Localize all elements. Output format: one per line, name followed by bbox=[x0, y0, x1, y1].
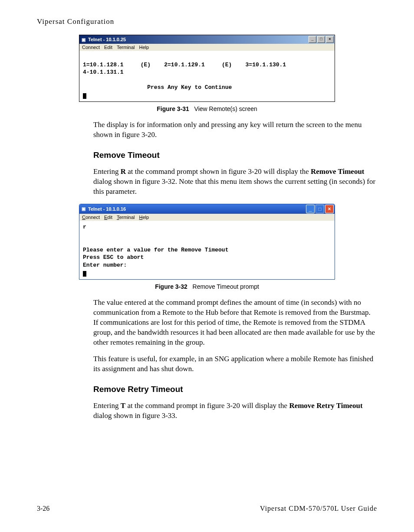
t1-ip4: 4-10.1.131.1 bbox=[83, 69, 124, 75]
t1-ip1: 1=10.1.128.1 bbox=[83, 62, 124, 68]
titlebar-1: ▣ Telnet - 10.1.0.25 _ □ × bbox=[79, 35, 335, 44]
menu-edit[interactable]: Edit bbox=[104, 215, 112, 220]
minimize-button[interactable]: _ bbox=[309, 36, 316, 43]
t2-l2: Please enter a value for the Remove Time… bbox=[83, 247, 228, 253]
terminal-icon: ▣ bbox=[80, 206, 86, 212]
minimize-button[interactable]: _ bbox=[306, 205, 315, 213]
terminal-body-2: r Please enter a value for the Remove Ti… bbox=[79, 221, 335, 279]
maximize-button[interactable]: □ bbox=[317, 36, 325, 43]
window-buttons-1: _ □ × bbox=[309, 36, 334, 43]
section-heading-1: Remove Timeout bbox=[93, 150, 377, 160]
maximize-button[interactable]: □ bbox=[315, 205, 324, 213]
figure-caption-1: Figure 3-31 View Remote(s) screen bbox=[37, 105, 377, 112]
t1-prompt: Press Any Key to Continue bbox=[147, 84, 232, 91]
p2b: R bbox=[121, 167, 126, 176]
terminal-icon: ▣ bbox=[80, 36, 86, 42]
t1-ip3: 3=10.1.130.1 bbox=[246, 62, 286, 68]
menu-terminal[interactable]: Terminal bbox=[117, 215, 135, 220]
figure-caption-2: Figure 3-32 Remove Timeout prompt bbox=[37, 283, 377, 290]
figure-label-1: Figure 3-31 bbox=[157, 105, 189, 112]
page-header: Vipersat Configuration bbox=[37, 17, 377, 26]
figure-desc-2: Remove Timeout prompt bbox=[193, 283, 259, 290]
terminal-body-1: 1=10.1.128.1 (E) 2=10.1.129.1 (E) 3=10.1… bbox=[79, 51, 335, 101]
footer-guide-title: Vipersat CDM-570/570L User Guide bbox=[260, 505, 377, 512]
p2a: Entering bbox=[93, 167, 121, 176]
menubar-2: Connect Edit Terminal Help bbox=[79, 214, 335, 221]
paragraph-4: This feature is useful, for example, in … bbox=[93, 354, 377, 374]
window-title-2: Telnet - 10.1.0.16 bbox=[88, 206, 306, 212]
t1-e2: (E) bbox=[222, 62, 232, 68]
figure-desc-1: View Remote(s) screen bbox=[194, 105, 257, 112]
menu-help[interactable]: Help bbox=[139, 215, 149, 220]
p2d: Remove Timeout bbox=[311, 167, 365, 176]
p2e: dialog shown in figure 3-32. Note that t… bbox=[93, 177, 375, 196]
p5c: at the command prompt in figure 3-20 wil… bbox=[125, 401, 289, 410]
titlebar-2: ▣ Telnet - 10.1.0.16 _ □ × bbox=[79, 204, 335, 214]
paragraph-2: Entering R at the command prompt shown i… bbox=[93, 167, 377, 197]
menu-terminal[interactable]: Terminal bbox=[117, 45, 135, 50]
menu-connect[interactable]: Connect bbox=[82, 215, 100, 220]
p5d: Remove Retry Timeout bbox=[289, 401, 362, 410]
terminal-window-2: ▣ Telnet - 10.1.0.16 _ □ × Connect Edit … bbox=[79, 204, 335, 280]
section-heading-2: Remove Retry Timeout bbox=[93, 385, 377, 394]
menu-edit[interactable]: Edit bbox=[104, 45, 112, 50]
t2-l4: Enter number: bbox=[83, 262, 127, 268]
p2c: at the command prompt shown in figure 3-… bbox=[126, 167, 311, 176]
p5e: dialog shown in figure 3-33. bbox=[93, 411, 177, 420]
page-footer: 3-26 Vipersat CDM-570/570L User Guide bbox=[37, 505, 377, 512]
p5b: T bbox=[121, 401, 125, 410]
paragraph-1: The display is for information only and … bbox=[93, 120, 377, 140]
t2-l3: Press ESC to abort bbox=[83, 254, 144, 261]
page-number: 3-26 bbox=[37, 505, 49, 512]
close-button[interactable]: × bbox=[325, 205, 334, 213]
figure-label-2: Figure 3-32 bbox=[155, 283, 187, 290]
window-title-1: Telnet - 10.1.0.25 bbox=[88, 37, 309, 42]
menubar-1: Connect Edit Terminal Help bbox=[79, 44, 335, 51]
cursor-icon bbox=[83, 93, 86, 99]
terminal-window-1: ▣ Telnet - 10.1.0.25 _ □ × Connect Edit … bbox=[79, 35, 335, 102]
p5a: Entering bbox=[93, 401, 121, 410]
menu-help[interactable]: Help bbox=[139, 45, 149, 50]
paragraph-5: Entering T at the command prompt in figu… bbox=[93, 401, 377, 421]
t2-l1: r bbox=[83, 224, 86, 230]
menu-connect[interactable]: Connect bbox=[82, 45, 100, 50]
cursor-icon bbox=[83, 271, 86, 277]
t1-e1: (E) bbox=[141, 62, 151, 68]
window-buttons-2: _ □ × bbox=[306, 205, 334, 213]
paragraph-3: The value entered at the command prompt … bbox=[93, 298, 377, 348]
close-button[interactable]: × bbox=[326, 36, 334, 43]
t1-ip2: 2=10.1.129.1 bbox=[164, 62, 205, 68]
